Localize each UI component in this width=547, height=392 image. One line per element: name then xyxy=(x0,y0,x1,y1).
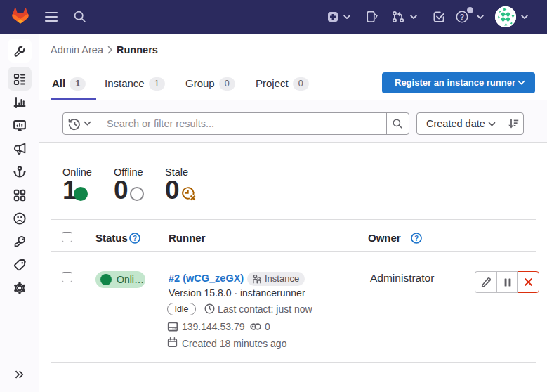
svg-text:?: ? xyxy=(414,234,419,242)
svg-text:?: ? xyxy=(133,234,137,242)
svg-text:?: ? xyxy=(460,13,464,21)
